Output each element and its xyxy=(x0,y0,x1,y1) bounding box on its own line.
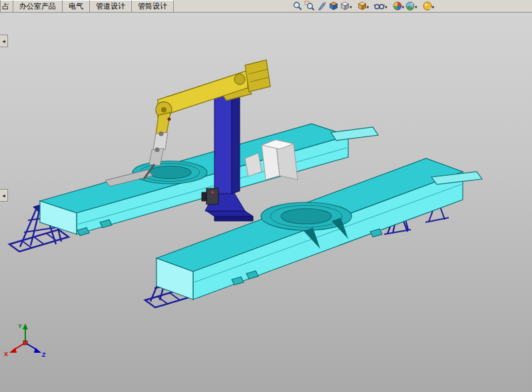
axis-z-label: Z xyxy=(42,351,46,358)
display-style-dropdown-icon[interactable]: ▾ xyxy=(367,5,370,9)
welding-robot[interactable] xyxy=(156,60,270,135)
tab-tube-design[interactable]: 管筒设计 xyxy=(132,0,174,12)
edit-appearance-icon[interactable]: ▾ xyxy=(392,1,405,11)
sketch-pen-icon[interactable] xyxy=(316,1,328,11)
motor-body xyxy=(206,188,218,204)
robot-cable-connector xyxy=(168,118,171,121)
motor-indicator xyxy=(211,191,214,194)
collapsed-panel-tab-top[interactable]: ◀ xyxy=(0,35,8,47)
command-tabs-bar: 占 办公室产品 电气 管道设计 管筒设计 ▾ ▾ ▾ xyxy=(0,0,532,13)
robot-counterweight xyxy=(245,60,270,92)
beam-end-tab xyxy=(331,127,378,140)
view-settings-icon[interactable]: ▾ xyxy=(422,1,435,11)
white-angular-fixture[interactable] xyxy=(262,140,298,180)
tab-office-products[interactable]: 办公室产品 xyxy=(13,0,63,12)
hide-show-items-icon[interactable]: ▾ xyxy=(374,1,388,11)
reference-triad: Y X Z xyxy=(4,323,46,358)
model-3d[interactable]: Y X Z xyxy=(0,13,532,392)
command-tabs: 占 办公室产品 电气 管道设计 管筒设计 xyxy=(0,0,174,12)
hide-show-dropdown-icon[interactable]: ▾ xyxy=(385,5,388,9)
column-base-top xyxy=(206,211,253,216)
wrist-joint xyxy=(155,148,160,152)
motor-cylinder xyxy=(202,192,206,201)
triad-origin xyxy=(23,341,27,345)
axis-y-arrow xyxy=(23,323,28,329)
wrist-joint xyxy=(159,132,164,136)
robot-elbow-hub xyxy=(161,107,166,112)
column-shaft-front xyxy=(214,91,232,194)
view-orientation-icon[interactable]: ▾ xyxy=(340,1,353,11)
robot-forearm xyxy=(156,112,170,135)
heads-up-view-toolbar: ▾ ▾ ▾ ▾ ▾ ▾ xyxy=(292,0,435,12)
collapsed-panel-tab-middle[interactable]: ◀ xyxy=(0,189,8,202)
zoom-to-fit-icon[interactable] xyxy=(292,1,304,11)
column-shaft-side xyxy=(232,91,240,194)
column-base-front xyxy=(214,216,253,221)
axis-y-label: Y xyxy=(18,323,22,329)
axis-x-label: X xyxy=(4,351,8,357)
view-orientation-dropdown-icon[interactable]: ▾ xyxy=(350,5,352,9)
view-settings-dropdown-icon[interactable]: ▾ xyxy=(432,5,435,9)
viewport-3d[interactable]: Y X Z xyxy=(0,13,532,392)
apply-scene-icon[interactable]: ▾ xyxy=(405,1,418,11)
tab-piping-design[interactable]: 管道设计 xyxy=(90,0,132,12)
robot-shoulder-joint xyxy=(234,74,245,85)
section-view-icon[interactable] xyxy=(328,1,340,11)
zoom-to-area-icon[interactable] xyxy=(304,1,316,11)
edit-appearance-dropdown-icon[interactable]: ▾ xyxy=(402,5,405,9)
display-style-icon[interactable]: ▾ xyxy=(357,1,370,11)
turntable-ring-hole xyxy=(148,166,191,179)
turntable-ring-hole xyxy=(281,209,332,224)
tab-partial[interactable]: 占 xyxy=(0,0,13,12)
tab-electrical[interactable]: 电气 xyxy=(63,0,90,12)
apply-scene-dropdown-icon[interactable]: ▾ xyxy=(415,5,417,9)
